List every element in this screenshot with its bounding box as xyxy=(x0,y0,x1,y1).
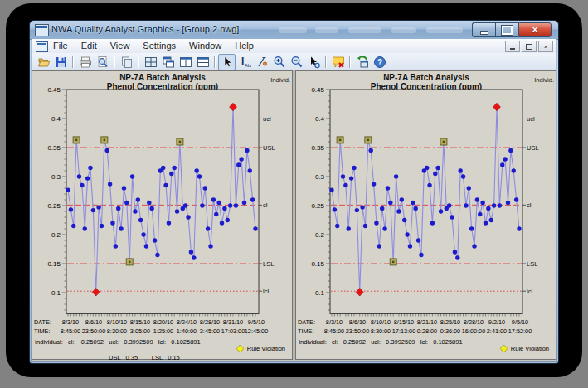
svg-text:8/28/10: 8/28/10 xyxy=(464,318,484,326)
maximize-icon xyxy=(502,26,513,35)
svg-text:ucl: ucl xyxy=(263,115,271,123)
revert-icon xyxy=(356,56,369,69)
menu-help[interactable]: Help xyxy=(233,40,255,51)
svg-text:0.1: 0.1 xyxy=(51,289,61,297)
menu-view[interactable]: View xyxy=(109,40,132,51)
svg-text:0.2: 0.2 xyxy=(51,231,61,239)
svg-text:8:45:00: 8:45:00 xyxy=(61,327,80,335)
cascade-button[interactable] xyxy=(159,54,177,70)
svg-text:8/31/10: 8/31/10 xyxy=(223,318,243,326)
control-chart-right: 0.450.40.350.30.250.20.150.1uclUSLclLSLl… xyxy=(296,88,558,338)
help-button[interactable]: ? xyxy=(371,54,388,70)
save-icon xyxy=(55,56,68,69)
svg-text:1:40:00: 1:40:00 xyxy=(177,327,197,335)
svg-text:lcl: lcl xyxy=(263,288,269,295)
svg-text:8/3/10: 8/3/10 xyxy=(62,318,79,326)
print-button[interactable] xyxy=(76,54,94,70)
child-close-button[interactable]: × xyxy=(538,41,553,52)
toolbar-separator xyxy=(349,56,351,68)
svg-text:cl: cl xyxy=(527,201,532,209)
svg-text:2:41:00: 2:41:00 xyxy=(487,327,507,335)
help-icon: ? xyxy=(373,56,386,69)
document-icon[interactable] xyxy=(36,41,48,52)
print-preview-button[interactable] xyxy=(94,54,111,70)
child-restore-button[interactable] xyxy=(522,41,537,52)
svg-text:3:45:00: 3:45:00 xyxy=(200,327,220,335)
svg-text:9/2/10: 9/2/10 xyxy=(488,318,505,326)
svg-text:DATE:: DATE: xyxy=(34,318,51,326)
rule-violation-legend: Rule Violation xyxy=(236,345,285,352)
svg-text:8/10/10: 8/10/10 xyxy=(371,318,391,326)
child-minimize-button[interactable] xyxy=(505,41,520,52)
tile-vertical-button[interactable] xyxy=(177,54,194,70)
svg-text:0.15: 0.15 xyxy=(47,260,61,268)
draw-point-icon xyxy=(255,56,269,69)
svg-text:?: ? xyxy=(377,57,381,66)
menu-items: FileEditViewSettingsWindowHelp xyxy=(51,40,255,51)
title-bar[interactable]: NWA Quality Analyst Graphics - [Group 2.… xyxy=(30,21,558,40)
chart-client-area: NP-7A Batch Analysis Phenol Concentratio… xyxy=(32,70,556,361)
chart-panel-right: NP-7A Batch Analysis Phenol Concentratio… xyxy=(295,70,556,360)
menu-edit[interactable]: Edit xyxy=(80,40,99,51)
menu-settings[interactable]: Settings xyxy=(141,40,177,51)
menu-window[interactable]: Window xyxy=(187,40,223,51)
app-icon xyxy=(35,24,49,36)
cascade-icon xyxy=(162,56,175,69)
tile-vertical-icon xyxy=(179,56,192,69)
svg-text:0.4: 0.4 xyxy=(51,115,61,123)
svg-text:8/15/10: 8/15/10 xyxy=(130,318,150,326)
svg-text:3:05:00: 3:05:00 xyxy=(130,327,150,335)
svg-text:23:50:00: 23:50:00 xyxy=(346,327,369,335)
toolbar-separator xyxy=(214,56,216,68)
svg-text:I: I xyxy=(241,56,244,67)
delete-annotation-button[interactable] xyxy=(329,54,347,70)
select-tool-button[interactable] xyxy=(218,54,236,70)
maximize-button[interactable] xyxy=(495,22,518,37)
draw-point-button[interactable] xyxy=(253,54,270,70)
menu-file[interactable]: File xyxy=(51,40,70,51)
delete-annotation-icon xyxy=(332,56,345,69)
data-reader-icon xyxy=(308,56,321,69)
spec-limits-line: USL 0.35 LSL 0.15 xyxy=(109,354,180,361)
svg-text:17:52:00: 17:52:00 xyxy=(508,327,532,335)
chart-title: NP-7A Batch Analysis xyxy=(330,73,522,82)
svg-text:8/28/10: 8/28/10 xyxy=(200,318,220,326)
close-button[interactable]: × xyxy=(518,22,552,37)
revert-button[interactable] xyxy=(353,54,371,70)
rule-violation-label: Rule Violation xyxy=(247,345,285,352)
window-title: NWA Quality Analyst Graphics - [Group 2.… xyxy=(51,24,239,34)
chart-canvas: 0.450.40.350.30.250.20.150.1uclUSLclLSLl… xyxy=(32,88,294,338)
background-window-ghost xyxy=(279,27,307,33)
svg-text:0.25: 0.25 xyxy=(311,202,324,210)
svg-text:0:28:00: 0:28:00 xyxy=(417,327,437,335)
background-window-ghost xyxy=(348,27,381,33)
minimize-button[interactable] xyxy=(472,22,495,37)
svg-text:8:30:00: 8:30:00 xyxy=(107,327,127,335)
select-arrow-icon xyxy=(221,56,234,69)
child-restore-icon xyxy=(526,44,532,50)
save-button[interactable] xyxy=(52,54,70,70)
rule-violation-diamond-icon xyxy=(236,345,244,352)
copy-icon xyxy=(120,56,134,69)
text-tool-icon: IAbc xyxy=(238,56,251,69)
open-folder-icon xyxy=(37,56,51,69)
data-reader-button[interactable] xyxy=(305,54,323,70)
svg-text:12:45:00: 12:45:00 xyxy=(245,327,268,335)
background-window-ghost xyxy=(426,27,463,33)
open-button[interactable] xyxy=(35,54,52,70)
tile-grid-button[interactable] xyxy=(142,54,159,70)
menu-bar: FileEditViewSettingsWindowHelp × xyxy=(32,39,556,54)
zoom-out-button[interactable] xyxy=(288,54,305,70)
svg-text:ucl: ucl xyxy=(527,115,535,123)
text-tool-button[interactable]: IAbc xyxy=(236,54,253,70)
svg-text:8/6/10: 8/6/10 xyxy=(349,318,366,326)
copy-button[interactable] xyxy=(118,54,135,70)
svg-text:0.15: 0.15 xyxy=(311,260,324,268)
svg-text:0.1: 0.1 xyxy=(315,289,325,297)
tile-horizontal-icon xyxy=(197,56,210,69)
svg-text:TIME:: TIME: xyxy=(34,327,50,335)
toolbar-separator xyxy=(72,56,74,68)
tile-horizontal-button[interactable] xyxy=(194,54,211,70)
chart-title: NP-7A Batch Analysis xyxy=(66,73,259,82)
zoom-in-button[interactable] xyxy=(270,54,288,70)
